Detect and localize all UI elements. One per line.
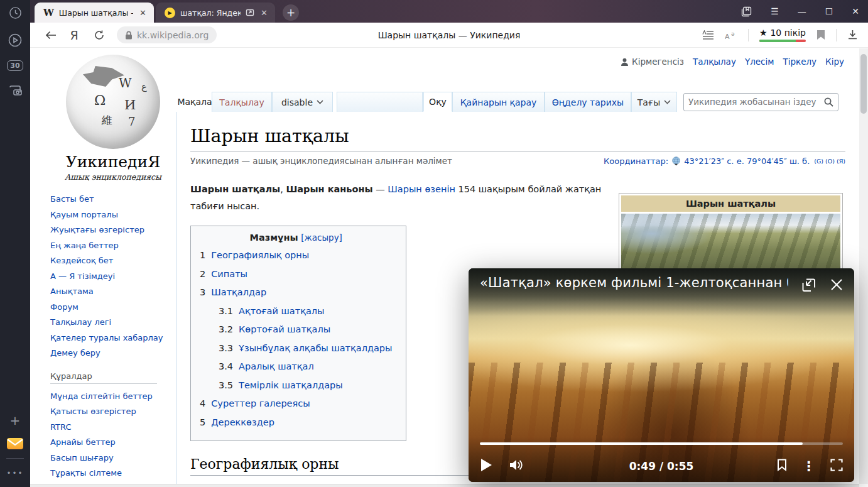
toc-link[interactable]: Ақтоғай шатқалы xyxy=(239,306,324,316)
sidebar-link[interactable]: Анықтама xyxy=(50,287,94,296)
wiki-search-box[interactable] xyxy=(683,93,838,111)
sidebar-link-item[interactable]: Демеу беру xyxy=(50,346,173,361)
video-progress-bar[interactable] xyxy=(480,442,843,445)
coordinates-label[interactable]: Координаттар: xyxy=(604,156,668,166)
pip-tab-icon[interactable] xyxy=(246,8,254,17)
sidebar-tool-link[interactable]: Қатысты өзгерістер xyxy=(50,407,136,416)
new-tab-button[interactable]: + xyxy=(283,4,299,21)
personal-link-item[interactable]: Үлесім xyxy=(745,57,774,67)
address-bar[interactable]: kk.wikipedia.org xyxy=(117,26,217,43)
sidebar-link-item[interactable]: Қателер туралы хабарлау xyxy=(50,331,173,346)
sidebar-link-item[interactable]: Талқылау легі xyxy=(50,315,173,331)
sidebar-tool-link[interactable]: Тұрақты сілтеме xyxy=(50,468,122,478)
sidebar-link[interactable]: Басты бет xyxy=(50,194,94,204)
toc-link[interactable]: Сипаты xyxy=(211,269,247,279)
sidebar-tool-item[interactable]: RTRC xyxy=(50,420,173,435)
toc-item[interactable]: 4Суреттер галереясы xyxy=(200,395,392,413)
sidebar-link-item[interactable]: Жуықтағы өзгерістер xyxy=(50,222,173,238)
personal-link-item[interactable]: Кіру xyxy=(825,57,844,67)
tab-close-icon[interactable]: ✕ xyxy=(259,8,269,18)
sidebar-link[interactable]: Демеу беру xyxy=(50,348,100,358)
tab-talk[interactable]: Талқылау xyxy=(212,92,272,112)
personal-link[interactable]: Тіркелу xyxy=(783,57,816,67)
screencast-icon[interactable] xyxy=(6,82,24,99)
sidebar-tool-link[interactable]: RTRC xyxy=(50,422,72,432)
search-icon[interactable] xyxy=(824,97,833,107)
back-to-tab-icon[interactable] xyxy=(801,275,816,316)
menu-icon[interactable]: ☰ xyxy=(771,6,779,16)
sidebar-link-item[interactable]: Кездейсоқ бет xyxy=(50,253,173,269)
scrollbar-thumb[interactable] xyxy=(860,54,867,114)
toc-link[interactable]: Суреттер галереясы xyxy=(211,398,310,408)
yandex-mail-icon[interactable] xyxy=(6,435,24,452)
tab-history[interactable]: Өңделу тарихы xyxy=(545,92,631,112)
personal-link-item[interactable]: Талқылау xyxy=(693,57,736,67)
toc-link[interactable]: Аралық шатқал xyxy=(239,361,314,371)
tab-variant-disable[interactable]: disable xyxy=(272,92,333,112)
tab-more[interactable]: Тағы xyxy=(631,92,677,112)
sidebar-tool-link[interactable]: Басып шығару xyxy=(50,453,114,462)
tab-empty[interactable] xyxy=(337,92,423,112)
sidebar-tool-item[interactable]: Мұнда сілтейтін беттер xyxy=(50,389,173,405)
sidebar-link-item[interactable]: Ең жаңа беттер xyxy=(50,238,173,254)
volume-icon[interactable] xyxy=(509,459,524,474)
vertical-scrollbar[interactable] xyxy=(859,48,868,484)
translate-icon[interactable]: A ә xyxy=(725,30,737,40)
toc-item[interactable]: 1Географиялық орны xyxy=(200,246,392,265)
sidebar-link[interactable]: Форум xyxy=(50,302,79,312)
personal-link[interactable]: Кіру xyxy=(825,57,844,67)
sidebar-link[interactable]: Кездейсоқ бет xyxy=(50,256,113,265)
sidebar-tool-item[interactable]: Басып шығару xyxy=(50,451,173,466)
sidebar-link-item[interactable]: Анықтама xyxy=(50,284,173,300)
horizontal-scrollbar[interactable] xyxy=(30,484,859,487)
minimize-icon[interactable]: — xyxy=(798,6,806,16)
toc-item[interactable]: 3.5Темірлік шатқалдары xyxy=(200,376,392,395)
more-options-icon[interactable]: ⋮ xyxy=(802,460,815,473)
site-rating[interactable]: ★ 10 пікір xyxy=(759,28,806,42)
reload-icon[interactable] xyxy=(87,30,112,41)
tab-article[interactable]: Мақала xyxy=(178,92,212,112)
tab-read[interactable]: Оқу xyxy=(423,92,452,112)
coordinates-value[interactable]: 43°21′23″ с. е. 79°04′45″ ш. б. xyxy=(684,156,810,166)
tab-close-icon[interactable]: ✕ xyxy=(138,8,148,18)
toc-item[interactable]: 3.4Аралық шатқал xyxy=(200,358,392,376)
add-panel-icon[interactable]: + xyxy=(6,412,24,429)
search-input[interactable] xyxy=(688,97,824,107)
download-icon[interactable] xyxy=(847,30,858,40)
sidebar-tool-link[interactable]: Мұнда сілтейтін беттер xyxy=(50,391,153,401)
history-clock-icon[interactable] xyxy=(6,4,24,21)
yandex-logo[interactable]: Я xyxy=(62,28,87,42)
wikipedia-logo[interactable]: W Ω И 維 7 ع УикипедиЯ Ашық энциклопедияс… xyxy=(46,55,180,182)
sidebar-link-item[interactable]: А — Я тізімдеуі xyxy=(50,269,173,285)
toc-link[interactable]: Шатқалдар xyxy=(211,287,266,297)
calendar-icon[interactable]: 30 xyxy=(6,57,24,74)
sidebar-link[interactable]: Талқылау легі xyxy=(50,317,111,327)
toc-link[interactable]: Көртоғай шатқалы xyxy=(239,324,330,334)
browser-tab-video[interactable]: ▶ шатқал: Яндекс.Виде ✕ xyxy=(156,3,275,23)
toc-item[interactable]: 3.3Ұзынбұлақ алқабы шатқалдары xyxy=(200,339,392,358)
maximize-icon[interactable]: ☐ xyxy=(825,6,833,16)
pip-close-icon[interactable] xyxy=(829,275,844,316)
river-link[interactable]: Шарын өзенін xyxy=(388,184,455,194)
sidebar-tool-item[interactable]: Арнайы беттер xyxy=(50,435,173,451)
more-apps-icon[interactable]: ••• xyxy=(6,464,24,482)
bookmark-icon[interactable] xyxy=(816,30,825,40)
sidebar-tool-item[interactable]: Қатысты өзгерістер xyxy=(50,404,173,420)
sidebar-link[interactable]: А — Я тізімдеуі xyxy=(50,271,115,281)
toc-item[interactable]: 5Дереккөздер xyxy=(200,413,392,432)
toc-link[interactable]: Дереккөздер xyxy=(211,417,274,427)
fullscreen-icon[interactable] xyxy=(830,459,843,474)
sidebar-link[interactable]: Қауым порталы xyxy=(50,210,118,219)
coordinates-services[interactable]: (G) (O) (Я) xyxy=(814,158,845,165)
sidebar-link[interactable]: Қателер туралы хабарлау xyxy=(50,333,163,342)
close-icon[interactable]: ✕ xyxy=(852,6,859,16)
play-icon[interactable] xyxy=(480,458,492,474)
sidebar-tool-link[interactable]: Арнайы беттер xyxy=(50,437,116,447)
sidebar-link[interactable]: Ең жаңа беттер xyxy=(50,241,119,250)
personal-link[interactable]: Үлесім xyxy=(745,57,774,67)
toc-item[interactable]: 3.2Көртоғай шатқалы xyxy=(200,320,392,339)
personal-link-item[interactable]: Тіркелу xyxy=(783,57,816,67)
back-icon[interactable] xyxy=(40,30,62,40)
toc-hide-link[interactable]: [жасыру] xyxy=(301,233,342,243)
sidebar-tool-item[interactable]: Тұрақты сілтеме xyxy=(50,466,173,481)
